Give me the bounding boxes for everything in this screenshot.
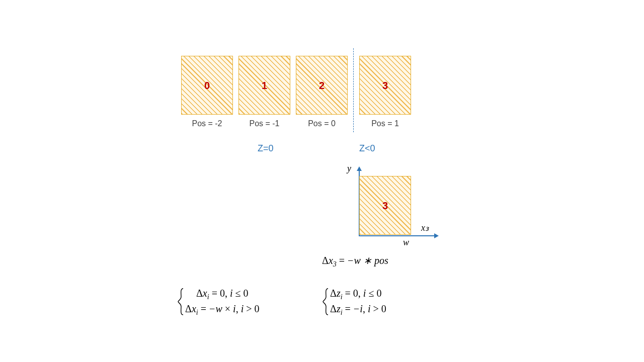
- axis-panel-label: 3: [382, 200, 388, 211]
- x-axis-arrowhead-icon: [434, 233, 439, 238]
- panel-2-caption: Pos = 0: [296, 119, 348, 128]
- z-left-label: Z=0: [258, 143, 274, 154]
- panel-2: 2: [296, 56, 348, 115]
- system-z: Δzi = 0, i ≤ 0 Δzi = −i, i > 0: [322, 288, 386, 317]
- system-z-row2: Δzi = −i, i > 0: [330, 303, 386, 317]
- panel-0-caption: Pos = -2: [181, 119, 233, 128]
- panel-0-label: 0: [204, 79, 210, 91]
- system-x: Δxi = 0, i ≤ 0 Δxi = −w × i, i > 0: [177, 288, 259, 317]
- x-axis-line: [359, 235, 435, 236]
- diagram-stage: 0 1 2 3 Pos = -2 Pos = -1 Pos = 0 Pos = …: [0, 0, 644, 362]
- delta-x3-equation: Δx3 = −w ∗ pos: [322, 254, 388, 268]
- panel-2-label: 2: [319, 79, 325, 91]
- panel-3-label: 3: [382, 79, 388, 91]
- y-axis-arrowhead-icon: [357, 166, 362, 171]
- system-z-row1: Δzi = 0, i ≤ 0: [330, 288, 386, 301]
- panel-1-label: 1: [262, 79, 267, 91]
- brace-icon: [177, 288, 184, 316]
- panel-3-caption: Pos = 1: [359, 119, 411, 128]
- panel-0: 0: [181, 56, 233, 115]
- w-label: w: [403, 237, 409, 248]
- panel-1-caption: Pos = -1: [238, 119, 290, 128]
- axis-panel: 3: [359, 176, 411, 235]
- panel-1: 1: [238, 56, 290, 115]
- z-divider: [353, 48, 354, 132]
- z-right-label: Z<0: [359, 143, 375, 154]
- system-x-row2: Δxi = −w × i, i > 0: [185, 303, 259, 317]
- y-axis-label: y: [347, 163, 351, 174]
- panel-3: 3: [359, 56, 411, 115]
- system-x-row1: Δxi = 0, i ≤ 0: [185, 288, 259, 301]
- x-axis-label: x₃: [421, 222, 429, 233]
- brace-icon: [322, 288, 329, 316]
